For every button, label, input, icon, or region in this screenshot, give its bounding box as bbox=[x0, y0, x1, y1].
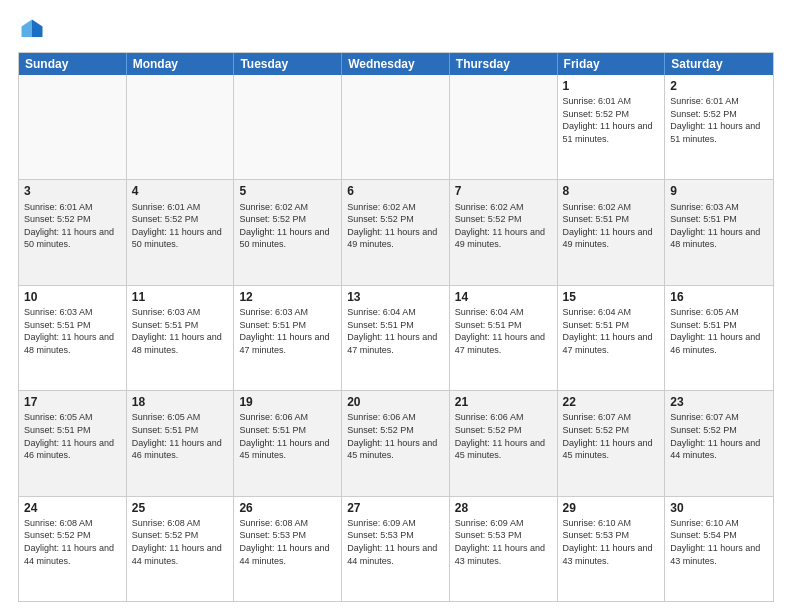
calendar-cell: 10Sunrise: 6:03 AMSunset: 5:51 PMDayligh… bbox=[19, 286, 127, 390]
header-thursday: Thursday bbox=[450, 53, 558, 75]
day-number: 7 bbox=[455, 183, 552, 199]
day-number: 30 bbox=[670, 500, 768, 516]
svg-marker-0 bbox=[32, 20, 43, 38]
cell-info: Sunrise: 6:08 AMSunset: 5:52 PMDaylight:… bbox=[132, 517, 229, 567]
header-saturday: Saturday bbox=[665, 53, 773, 75]
header-friday: Friday bbox=[558, 53, 666, 75]
cell-info: Sunrise: 6:08 AMSunset: 5:52 PMDaylight:… bbox=[24, 517, 121, 567]
calendar-cell: 14Sunrise: 6:04 AMSunset: 5:51 PMDayligh… bbox=[450, 286, 558, 390]
day-number: 10 bbox=[24, 289, 121, 305]
calendar-header: Sunday Monday Tuesday Wednesday Thursday… bbox=[19, 53, 773, 75]
day-number: 16 bbox=[670, 289, 768, 305]
header bbox=[18, 16, 774, 44]
cell-info: Sunrise: 6:02 AMSunset: 5:52 PMDaylight:… bbox=[239, 201, 336, 251]
calendar-cell: 16Sunrise: 6:05 AMSunset: 5:51 PMDayligh… bbox=[665, 286, 773, 390]
calendar-cell: 9Sunrise: 6:03 AMSunset: 5:51 PMDaylight… bbox=[665, 180, 773, 284]
cell-info: Sunrise: 6:04 AMSunset: 5:51 PMDaylight:… bbox=[563, 306, 660, 356]
day-number: 6 bbox=[347, 183, 444, 199]
week-row-3: 10Sunrise: 6:03 AMSunset: 5:51 PMDayligh… bbox=[19, 285, 773, 390]
page: Sunday Monday Tuesday Wednesday Thursday… bbox=[0, 0, 792, 612]
day-number: 1 bbox=[563, 78, 660, 94]
cell-info: Sunrise: 6:06 AMSunset: 5:52 PMDaylight:… bbox=[455, 411, 552, 461]
calendar-cell: 30Sunrise: 6:10 AMSunset: 5:54 PMDayligh… bbox=[665, 497, 773, 601]
logo-icon bbox=[18, 16, 46, 44]
cell-info: Sunrise: 6:10 AMSunset: 5:53 PMDaylight:… bbox=[563, 517, 660, 567]
calendar-cell: 19Sunrise: 6:06 AMSunset: 5:51 PMDayligh… bbox=[234, 391, 342, 495]
day-number: 20 bbox=[347, 394, 444, 410]
calendar-cell bbox=[450, 75, 558, 179]
day-number: 4 bbox=[132, 183, 229, 199]
calendar-cell: 15Sunrise: 6:04 AMSunset: 5:51 PMDayligh… bbox=[558, 286, 666, 390]
cell-info: Sunrise: 6:03 AMSunset: 5:51 PMDaylight:… bbox=[24, 306, 121, 356]
cell-info: Sunrise: 6:10 AMSunset: 5:54 PMDaylight:… bbox=[670, 517, 768, 567]
calendar-cell: 3Sunrise: 6:01 AMSunset: 5:52 PMDaylight… bbox=[19, 180, 127, 284]
week-row-2: 3Sunrise: 6:01 AMSunset: 5:52 PMDaylight… bbox=[19, 179, 773, 284]
day-number: 25 bbox=[132, 500, 229, 516]
day-number: 8 bbox=[563, 183, 660, 199]
cell-info: Sunrise: 6:03 AMSunset: 5:51 PMDaylight:… bbox=[132, 306, 229, 356]
calendar-cell: 22Sunrise: 6:07 AMSunset: 5:52 PMDayligh… bbox=[558, 391, 666, 495]
calendar-cell: 8Sunrise: 6:02 AMSunset: 5:51 PMDaylight… bbox=[558, 180, 666, 284]
cell-info: Sunrise: 6:08 AMSunset: 5:53 PMDaylight:… bbox=[239, 517, 336, 567]
day-number: 12 bbox=[239, 289, 336, 305]
cell-info: Sunrise: 6:03 AMSunset: 5:51 PMDaylight:… bbox=[670, 201, 768, 251]
day-number: 29 bbox=[563, 500, 660, 516]
calendar-cell: 23Sunrise: 6:07 AMSunset: 5:52 PMDayligh… bbox=[665, 391, 773, 495]
header-wednesday: Wednesday bbox=[342, 53, 450, 75]
calendar-cell bbox=[234, 75, 342, 179]
cell-info: Sunrise: 6:07 AMSunset: 5:52 PMDaylight:… bbox=[670, 411, 768, 461]
cell-info: Sunrise: 6:09 AMSunset: 5:53 PMDaylight:… bbox=[347, 517, 444, 567]
day-number: 11 bbox=[132, 289, 229, 305]
calendar-body: 1Sunrise: 6:01 AMSunset: 5:52 PMDaylight… bbox=[19, 75, 773, 601]
calendar-cell: 20Sunrise: 6:06 AMSunset: 5:52 PMDayligh… bbox=[342, 391, 450, 495]
calendar-cell: 2Sunrise: 6:01 AMSunset: 5:52 PMDaylight… bbox=[665, 75, 773, 179]
cell-info: Sunrise: 6:05 AMSunset: 5:51 PMDaylight:… bbox=[132, 411, 229, 461]
day-number: 19 bbox=[239, 394, 336, 410]
cell-info: Sunrise: 6:02 AMSunset: 5:51 PMDaylight:… bbox=[563, 201, 660, 251]
calendar-cell: 24Sunrise: 6:08 AMSunset: 5:52 PMDayligh… bbox=[19, 497, 127, 601]
cell-info: Sunrise: 6:05 AMSunset: 5:51 PMDaylight:… bbox=[24, 411, 121, 461]
cell-info: Sunrise: 6:02 AMSunset: 5:52 PMDaylight:… bbox=[455, 201, 552, 251]
cell-info: Sunrise: 6:04 AMSunset: 5:51 PMDaylight:… bbox=[347, 306, 444, 356]
calendar-cell: 27Sunrise: 6:09 AMSunset: 5:53 PMDayligh… bbox=[342, 497, 450, 601]
week-row-4: 17Sunrise: 6:05 AMSunset: 5:51 PMDayligh… bbox=[19, 390, 773, 495]
calendar-cell: 13Sunrise: 6:04 AMSunset: 5:51 PMDayligh… bbox=[342, 286, 450, 390]
svg-marker-1 bbox=[22, 20, 33, 38]
calendar-cell: 7Sunrise: 6:02 AMSunset: 5:52 PMDaylight… bbox=[450, 180, 558, 284]
cell-info: Sunrise: 6:07 AMSunset: 5:52 PMDaylight:… bbox=[563, 411, 660, 461]
cell-info: Sunrise: 6:03 AMSunset: 5:51 PMDaylight:… bbox=[239, 306, 336, 356]
calendar-cell: 26Sunrise: 6:08 AMSunset: 5:53 PMDayligh… bbox=[234, 497, 342, 601]
day-number: 15 bbox=[563, 289, 660, 305]
calendar-cell bbox=[342, 75, 450, 179]
calendar-cell: 28Sunrise: 6:09 AMSunset: 5:53 PMDayligh… bbox=[450, 497, 558, 601]
cell-info: Sunrise: 6:01 AMSunset: 5:52 PMDaylight:… bbox=[132, 201, 229, 251]
week-row-5: 24Sunrise: 6:08 AMSunset: 5:52 PMDayligh… bbox=[19, 496, 773, 601]
day-number: 21 bbox=[455, 394, 552, 410]
calendar-cell: 1Sunrise: 6:01 AMSunset: 5:52 PMDaylight… bbox=[558, 75, 666, 179]
calendar-cell bbox=[127, 75, 235, 179]
day-number: 5 bbox=[239, 183, 336, 199]
week-row-1: 1Sunrise: 6:01 AMSunset: 5:52 PMDaylight… bbox=[19, 75, 773, 179]
cell-info: Sunrise: 6:05 AMSunset: 5:51 PMDaylight:… bbox=[670, 306, 768, 356]
calendar-cell: 25Sunrise: 6:08 AMSunset: 5:52 PMDayligh… bbox=[127, 497, 235, 601]
day-number: 24 bbox=[24, 500, 121, 516]
calendar-cell bbox=[19, 75, 127, 179]
header-tuesday: Tuesday bbox=[234, 53, 342, 75]
day-number: 14 bbox=[455, 289, 552, 305]
calendar-cell: 17Sunrise: 6:05 AMSunset: 5:51 PMDayligh… bbox=[19, 391, 127, 495]
cell-info: Sunrise: 6:02 AMSunset: 5:52 PMDaylight:… bbox=[347, 201, 444, 251]
calendar-cell: 4Sunrise: 6:01 AMSunset: 5:52 PMDaylight… bbox=[127, 180, 235, 284]
header-monday: Monday bbox=[127, 53, 235, 75]
day-number: 17 bbox=[24, 394, 121, 410]
cell-info: Sunrise: 6:04 AMSunset: 5:51 PMDaylight:… bbox=[455, 306, 552, 356]
day-number: 2 bbox=[670, 78, 768, 94]
cell-info: Sunrise: 6:01 AMSunset: 5:52 PMDaylight:… bbox=[563, 95, 660, 145]
cell-info: Sunrise: 6:01 AMSunset: 5:52 PMDaylight:… bbox=[670, 95, 768, 145]
day-number: 27 bbox=[347, 500, 444, 516]
logo bbox=[18, 16, 50, 44]
cell-info: Sunrise: 6:01 AMSunset: 5:52 PMDaylight:… bbox=[24, 201, 121, 251]
day-number: 18 bbox=[132, 394, 229, 410]
day-number: 13 bbox=[347, 289, 444, 305]
day-number: 28 bbox=[455, 500, 552, 516]
calendar-cell: 12Sunrise: 6:03 AMSunset: 5:51 PMDayligh… bbox=[234, 286, 342, 390]
